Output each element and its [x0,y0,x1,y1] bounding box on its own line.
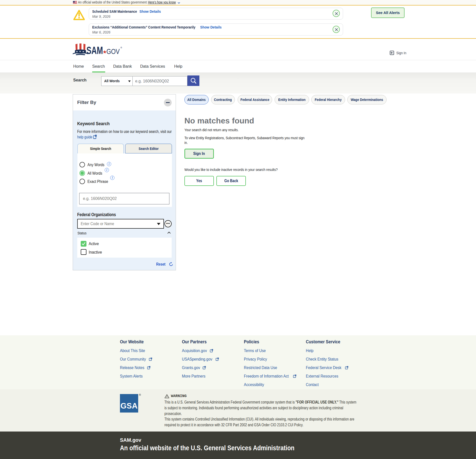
svg-text:GOV: GOV [106,47,120,55]
svg-text:®: ® [120,46,122,49]
svg-text:SAM: SAM [86,44,103,56]
